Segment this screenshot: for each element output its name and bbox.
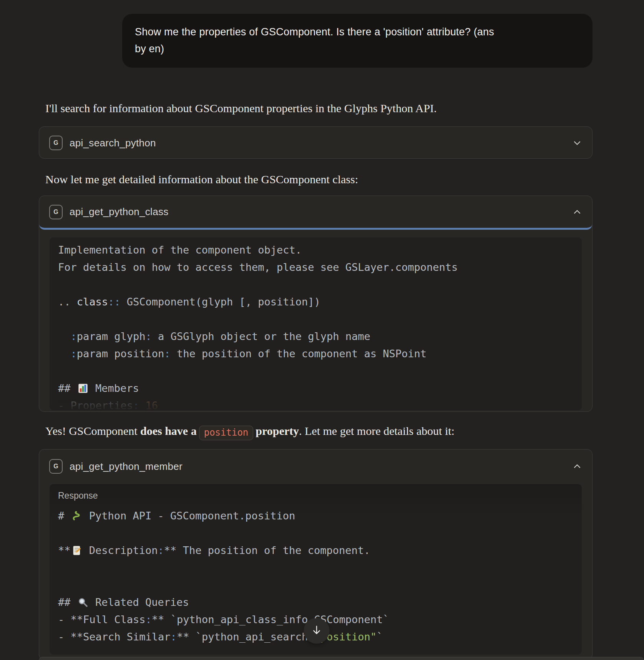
assistant-paragraph-3: Yes! GSComponent does have apositionprop… — [45, 423, 455, 440]
tool-call-api-get-python-class: G api_get_python_class Implementation of… — [39, 196, 593, 412]
tool-call-api-search-python: G api_search_python — [39, 126, 593, 159]
scroll-to-bottom-button[interactable] — [304, 618, 329, 643]
code-line: Implementation of the component object. — [58, 241, 582, 259]
assistant-paragraph-2: Now let me get detailed information abou… — [45, 171, 358, 187]
paragraph-text: Yes! GSComponent — [45, 425, 140, 437]
code-line-blank — [58, 310, 582, 328]
chevron-down-icon[interactable] — [572, 138, 582, 148]
composer-input-top-edge[interactable] — [39, 657, 644, 660]
code-line-blank — [58, 524, 582, 542]
tool-name-label: api_get_python_member — [70, 461, 183, 473]
tool-name-label: api_search_python — [70, 137, 156, 149]
code-line: :param position: the position of the com… — [58, 345, 582, 362]
code-line-blank — [58, 576, 582, 594]
tool-call-header[interactable]: G api_get_python_class — [39, 196, 592, 230]
user-message-text: by en) — [135, 40, 580, 57]
code-line: :param glyph: a GSGlyph object or the gl… — [58, 328, 582, 345]
code-line-blank — [58, 362, 582, 380]
down-arrow-icon — [310, 624, 323, 638]
tool-call-header[interactable]: G api_get_python_member — [39, 449, 592, 483]
code-line: # Python API - GSComponent.position — [58, 507, 582, 524]
memo-emoji — [71, 542, 82, 559]
chevron-up-icon[interactable] — [572, 207, 582, 217]
tool-badge-icon: G — [49, 459, 63, 474]
inline-code-position: position — [199, 426, 254, 440]
tool-badge-icon: G — [49, 136, 63, 150]
code-line: ** Description:** The position of the co… — [58, 542, 582, 559]
code-line: .. class:: GSComponent(glyph [, position… — [58, 293, 582, 310]
paragraph-bold-text: does have a — [140, 425, 197, 437]
bar-chart-emoji — [78, 380, 88, 397]
assistant-paragraph-1: I'll search for information about GSComp… — [45, 100, 437, 116]
code-line-blank — [58, 276, 582, 293]
code-line: - Properties: 16 — [58, 397, 582, 410]
chat-thread: Show me the properties of GSComponent. I… — [0, 0, 644, 660]
tool-name-label: api_get_python_class — [70, 206, 169, 218]
paragraph-text: . Let me get more details about it: — [299, 425, 455, 437]
tool-badge-icon: G — [49, 205, 63, 219]
user-message-bubble: Show me the properties of GSComponent. I… — [122, 14, 593, 68]
snake-emoji — [71, 507, 82, 524]
user-message-text: Show me the properties of GSComponent. I… — [135, 23, 580, 40]
code-line-blank — [58, 559, 582, 576]
code-line: For details on how to access them, pleas… — [58, 259, 582, 276]
paragraph-bold-text: property — [256, 425, 299, 437]
tool-call-header[interactable]: G api_search_python — [39, 127, 592, 159]
tool-result-panel[interactable]: Implementation of the component object. … — [50, 237, 582, 410]
magnifying-glass-emoji — [78, 594, 88, 611]
code-line: ## Members — [58, 380, 582, 397]
chevron-up-icon[interactable] — [572, 461, 582, 471]
response-label: Response — [58, 490, 582, 501]
code-line: ## Related Queries — [58, 594, 582, 611]
